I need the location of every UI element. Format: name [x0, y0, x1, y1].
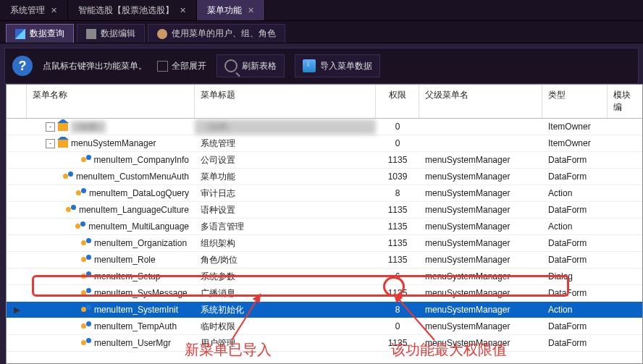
table-row[interactable]: -menuSystemManager系统管理0ItemOwner — [7, 135, 642, 152]
cell-title: 公司设置 — [195, 153, 376, 168]
grid-header-title[interactable]: 菜单标题 — [195, 85, 376, 118]
grid-body[interactable]: -（隐藏）（隐藏）0ItemOwner-menuSystemManager系统管… — [7, 119, 642, 364]
sub-tab-label: 数据查询 — [30, 27, 64, 40]
cell-name: menuItem_TempAuth — [27, 320, 195, 333]
menu-name-text: menuItem_SysMessage — [94, 288, 188, 298]
grid-header-type[interactable]: 类型 — [542, 85, 608, 118]
cell-parent: menuSystemManager — [419, 187, 542, 200]
users-icon — [157, 29, 167, 39]
close-icon[interactable]: ✕ — [248, 6, 254, 15]
cell-parent: menuSystemManager — [419, 203, 542, 216]
annotation-text-1: 新菜单已导入 — [185, 340, 272, 360]
cell-type: Action — [542, 187, 608, 200]
menu-name-text: menuItem_UserMgr — [94, 338, 171, 348]
cell-perm: 1135 — [376, 153, 419, 166]
menu-item-icon — [63, 172, 73, 182]
close-icon[interactable]: ✕ — [180, 6, 186, 15]
table-row[interactable]: menuItem_Organization组织架构1135menuSystemM… — [7, 235, 642, 252]
menu-name-text: menuItem_DataLogQuery — [89, 188, 189, 198]
document-tab[interactable]: 系统管理✕ — [0, 0, 68, 20]
close-icon[interactable]: ✕ — [51, 6, 57, 15]
cell-type: DataForm — [542, 337, 608, 350]
expand-all-checkbox[interactable]: 全部展开 — [157, 60, 206, 72]
table-row[interactable]: menuItem_LanguageCulture语种设置1135menuSyst… — [7, 202, 642, 219]
menu-item-icon — [81, 271, 91, 282]
import-menu-button[interactable]: 导入菜单数据 — [295, 54, 380, 77]
table-row[interactable]: menuItem_TempAuth临时权限0menuSystemManagerD… — [7, 318, 642, 335]
cell-perm: 6 — [376, 270, 419, 283]
grid-header-name[interactable]: 菜单名称 — [27, 85, 195, 118]
sub-tab[interactable]: 使用菜单的用户、组、角色 — [148, 24, 285, 43]
home-icon — [58, 139, 68, 148]
cell-name: menuItem_DataLogQuery — [27, 187, 195, 200]
cell-type: ItemOwner — [542, 120, 608, 133]
menu-item-icon — [81, 255, 91, 265]
cell-name: menuItem_SystemInit — [27, 303, 195, 316]
table-row[interactable]: menuItem_SysMessage广播消息1135menuSystemMan… — [7, 285, 642, 302]
cell-name: menuItem_UserMgr — [27, 337, 195, 350]
sub-tab-label: 使用菜单的用户、组、角色 — [172, 27, 276, 40]
cell-module — [608, 125, 642, 128]
table-row[interactable]: menuItem_DataLogQuery审计日志8menuSystemMana… — [7, 185, 642, 202]
tree-expand-icon[interactable]: - — [46, 122, 55, 132]
cell-name: menuItem_Organization — [27, 237, 195, 250]
cell-title: 多语言管理 — [195, 219, 376, 234]
table-row[interactable]: menuItem_UserMgr用户管理1135menuSystemManage… — [7, 335, 642, 352]
cell-name: -menuSystemManager — [27, 137, 195, 150]
menu-name-text: menuItem_Setup — [94, 271, 160, 282]
menu-name-text: menuItem_SystemInit — [94, 305, 178, 315]
menu-item-icon — [66, 205, 76, 215]
data-grid[interactable]: 菜单名称 菜单标题 权限 父级菜单名 类型 模块编 -（隐藏）（隐藏）0Item… — [6, 84, 643, 364]
cell-type: DataForm — [542, 153, 608, 166]
cell-parent — [419, 142, 542, 145]
cell-name: menuItem_Setup — [27, 270, 195, 283]
table-row[interactable]: ▶menuItem_SystemInit系统初始化8menuSystemMana… — [7, 302, 642, 318]
menu-name-text: menuItem_TempAuth — [94, 321, 177, 331]
cell-module — [608, 275, 642, 278]
cell-module — [608, 192, 642, 195]
tab-label: 智能选股【股票池选股】 — [78, 4, 174, 17]
menu-name-text: menuSystemManager — [71, 138, 156, 148]
refresh-label: 刷新表格 — [242, 60, 277, 72]
menu-item-icon — [75, 221, 85, 232]
refresh-grid-button[interactable]: 刷新表格 — [217, 54, 285, 77]
cell-type: Action — [542, 303, 608, 316]
tree-expand-icon[interactable]: - — [46, 139, 55, 148]
grid-header-indicator — [7, 85, 27, 118]
table-row[interactable]: menuItem_Setup系统参数6menuSystemManagerDial… — [7, 268, 642, 285]
sub-tab[interactable]: 数据查询 — [6, 24, 74, 43]
menu-name-text: menuItem_LanguageCulture — [79, 205, 189, 215]
cell-perm: 1135 — [376, 237, 419, 250]
grid-header-module[interactable]: 模块编 — [608, 85, 643, 118]
menu-item-icon — [81, 321, 91, 331]
table-row[interactable]: menuItem_CustomMenuAuth菜单功能1039menuSyste… — [7, 169, 642, 185]
cell-type: DataForm — [542, 237, 608, 250]
sub-tab[interactable]: 数据编辑 — [77, 24, 145, 43]
menu-item-icon — [81, 155, 91, 165]
cell-module — [608, 258, 642, 261]
import-label: 导入菜单数据 — [320, 60, 372, 72]
help-icon: ? — [12, 56, 33, 76]
sub-tab-label: 数据编辑 — [101, 27, 135, 40]
table-row[interactable]: menuItem_Role角色/岗位1135menuSystemManagerD… — [7, 252, 642, 268]
menu-item-icon — [76, 188, 86, 198]
menu-name-text: menuItem_MultiLanguage — [88, 221, 189, 232]
document-tab[interactable]: 菜单功能✕ — [197, 0, 265, 20]
svg-line-1 — [394, 294, 434, 340]
table-row[interactable]: menuItem_MultiLanguage多语言管理1135menuSyste… — [7, 219, 642, 235]
cell-module — [608, 325, 642, 328]
cell-type: DataForm — [542, 170, 608, 183]
tab-label: 系统管理 — [10, 4, 45, 17]
toolbar-tip: 点鼠标右键弹出功能菜单。 — [43, 60, 147, 72]
menu-name-text: menuItem_CustomMenuAuth — [76, 172, 189, 182]
grid-header-parent[interactable]: 父级菜单名 — [419, 85, 542, 118]
cell-name: menuItem_SysMessage — [27, 287, 195, 300]
cell-name: menuItem_MultiLanguage — [27, 220, 195, 233]
table-row[interactable]: menuItem_CompanyInfo公司设置1135menuSystemMa… — [7, 152, 642, 169]
document-tab[interactable]: 智能选股【股票池选股】✕ — [68, 0, 197, 20]
toolbar: ? 点鼠标右键弹出功能菜单。 全部展开 刷新表格 导入菜单数据 — [4, 48, 639, 84]
grid-header-perm[interactable]: 权限 — [376, 85, 419, 118]
table-row[interactable]: -（隐藏）（隐藏）0ItemOwner — [7, 119, 642, 135]
cell-title: 语种设置 — [195, 203, 376, 218]
cell-perm: 1135 — [376, 203, 419, 216]
